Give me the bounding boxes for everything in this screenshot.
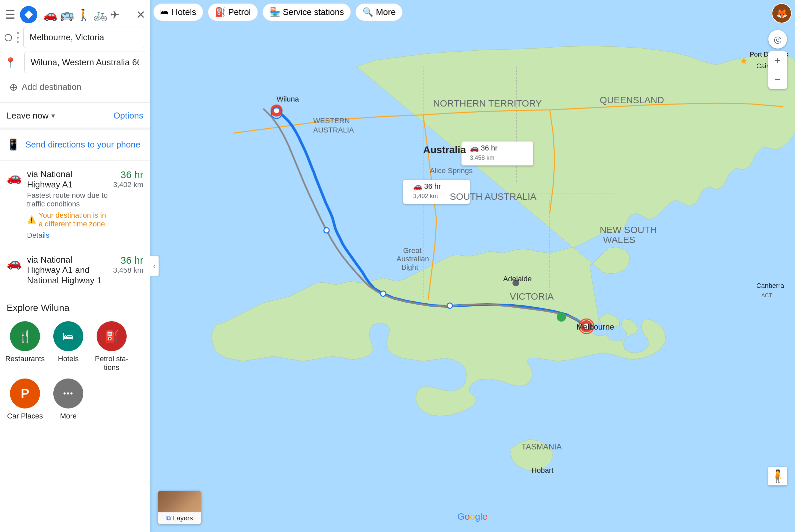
layers-label: Layers bbox=[173, 514, 193, 522]
route-1-time: 36 hr bbox=[113, 169, 144, 180]
pegman-button[interactable]: 🧍 bbox=[769, 467, 787, 486]
mode-walk-icon[interactable]: 🚶 bbox=[77, 8, 91, 21]
more-label: More bbox=[60, 412, 77, 420]
mode-car-icon[interactable]: 🚗 bbox=[43, 8, 57, 21]
mode-bike-icon[interactable]: 🚲 bbox=[93, 8, 107, 21]
filter-hotels-button[interactable]: 🛏 Hotels bbox=[153, 3, 203, 21]
svg-text:Hobart: Hobart bbox=[531, 466, 554, 474]
route-2-car-icon: 🚗 bbox=[7, 256, 22, 270]
route-1-subtitle: Fastest route now due to traffic conditi… bbox=[27, 191, 108, 208]
leave-now-label: Leave now bbox=[7, 111, 49, 121]
hotels-filter-label: Hotels bbox=[171, 7, 196, 17]
directions-logo bbox=[20, 6, 37, 23]
google-o1: o bbox=[465, 511, 470, 522]
explore-icons: 🍴 Restaurants 🛏 Hotels ⛽ Petrol sta­tion… bbox=[7, 321, 143, 420]
svg-text:AUSTRALIA: AUSTRALIA bbox=[313, 126, 354, 134]
explore-petrol[interactable]: ⛽ Petrol sta­tions bbox=[93, 321, 130, 372]
explore-section: Explore Wiluna 🍴 Restaurants 🛏 Hotels ⛽ … bbox=[0, 293, 150, 430]
svg-point-7 bbox=[324, 228, 329, 233]
route-1-details-link[interactable]: Details bbox=[27, 231, 108, 240]
more-filter-label: More bbox=[376, 7, 396, 17]
route-2-time-block: 36 hr 3,458 km bbox=[113, 255, 144, 275]
route-1-time-block: 36 hr 3,402 km bbox=[113, 169, 144, 189]
filter-service-stations-button[interactable]: 🏪 Service stations bbox=[263, 3, 351, 21]
route-1-info: via National Highway A1 Fastest route no… bbox=[27, 169, 108, 240]
svg-text:🚗 36 hr: 🚗 36 hr bbox=[413, 182, 441, 191]
user-avatar[interactable]: 🦊 bbox=[772, 3, 792, 23]
pegman-icon: 🧍 bbox=[770, 469, 785, 483]
origin-dot-icon bbox=[5, 34, 12, 41]
route-1-title: via National Highway A1 bbox=[27, 169, 108, 190]
svg-text:QUEENSLAND: QUEENSLAND bbox=[600, 95, 664, 105]
svg-text:WALES: WALES bbox=[603, 235, 635, 245]
explore-car-places[interactable]: P Car Places bbox=[7, 379, 43, 420]
map-area: 🚗 36 hr 3,402 km 🚗 36 hr 3,458 km Wiluna… bbox=[150, 0, 795, 532]
my-location-icon: ◎ bbox=[774, 34, 782, 45]
petrol-icon: ⛽ bbox=[97, 321, 127, 351]
car-places-icon: P bbox=[10, 379, 40, 408]
destination-input[interactable] bbox=[24, 52, 145, 73]
restaurants-label: Restaurants bbox=[5, 355, 45, 363]
svg-text:ACT: ACT bbox=[761, 292, 772, 298]
map-background[interactable]: 🚗 36 hr 3,402 km 🚗 36 hr 3,458 km Wiluna… bbox=[150, 0, 795, 532]
svg-text:Alice Springs: Alice Springs bbox=[430, 167, 472, 175]
options-link[interactable]: Options bbox=[113, 111, 143, 121]
leave-now-row: Leave now ▾ Options bbox=[0, 104, 150, 128]
google-o2: o bbox=[470, 511, 475, 522]
svg-text:Canberra: Canberra bbox=[756, 282, 784, 289]
layers-label-row: ⧉ Layers bbox=[158, 512, 201, 524]
filter-petrol-button[interactable]: ⛽ Petrol bbox=[208, 3, 258, 21]
google-logo: Google bbox=[457, 511, 487, 522]
filter-more-button[interactable]: 🔍 More bbox=[356, 3, 402, 21]
svg-text:★: ★ bbox=[740, 56, 748, 66]
svg-text:Melbourne: Melbourne bbox=[576, 322, 614, 331]
svg-text:VICTORIA: VICTORIA bbox=[510, 291, 554, 302]
mode-flight-icon[interactable]: ✈ bbox=[110, 8, 119, 21]
svg-text:Great: Great bbox=[403, 246, 421, 255]
route-1-car-icon: 🚗 bbox=[7, 170, 22, 185]
svg-text:Wiluna: Wiluna bbox=[276, 95, 299, 103]
explore-hotels[interactable]: 🛏 Hotels bbox=[50, 321, 87, 372]
svg-text:TASMANIA: TASMANIA bbox=[521, 442, 562, 451]
map-controls: ◎ + − bbox=[769, 30, 787, 89]
leave-now-button[interactable]: Leave now ▾ bbox=[7, 111, 55, 121]
layers-thumbnail: ⧉ Layers bbox=[158, 491, 201, 524]
send-directions-icon: 📱 bbox=[7, 138, 20, 151]
petrol-filter-icon: ⛽ bbox=[215, 7, 225, 17]
svg-text:Bight: Bight bbox=[401, 263, 418, 271]
close-icon[interactable]: ✕ bbox=[136, 8, 145, 21]
layers-button[interactable]: ⧉ Layers bbox=[158, 491, 201, 524]
svg-text:Australia: Australia bbox=[423, 144, 466, 155]
zoom-in-button[interactable]: + bbox=[769, 51, 787, 70]
leave-now-chevron-icon: ▾ bbox=[51, 112, 55, 120]
zoom-out-button[interactable]: − bbox=[769, 70, 787, 89]
hamburger-icon[interactable]: ☰ bbox=[5, 8, 15, 22]
route-option-1[interactable]: 🚗 via National Highway A1 Fastest route … bbox=[0, 162, 150, 247]
divider-1 bbox=[0, 102, 150, 102]
petrol-label: Petrol sta­tions bbox=[93, 355, 130, 372]
hotels-filter-icon: 🛏 bbox=[160, 7, 169, 17]
origin-input[interactable] bbox=[23, 26, 144, 48]
service-stations-filter-icon: 🏪 bbox=[270, 7, 280, 17]
send-directions-label: Send directions to your phone bbox=[25, 139, 140, 150]
my-location-button[interactable]: ◎ bbox=[769, 30, 787, 49]
collapse-panel-button[interactable]: ‹ bbox=[150, 256, 159, 276]
svg-text:Ade­laide: Ade­laide bbox=[503, 275, 532, 283]
explore-restaurants[interactable]: 🍴 Restaurants bbox=[7, 321, 43, 372]
add-destination-icon: ⊕ bbox=[9, 81, 18, 93]
origin-row: ⇅ bbox=[5, 26, 145, 48]
add-destination-label: Add destination bbox=[22, 82, 81, 92]
svg-text:NORTHERN TERRITORY: NORTHERN TERRITORY bbox=[433, 98, 542, 109]
send-directions-row[interactable]: 📱 Send directions to your phone bbox=[0, 130, 150, 159]
svg-point-44 bbox=[557, 312, 566, 322]
route-option-2[interactable]: 🚗 via National Highway A1 and National H… bbox=[0, 247, 150, 293]
explore-more[interactable]: ••• More bbox=[50, 379, 87, 420]
mode-transit-icon[interactable]: 🚌 bbox=[60, 8, 74, 21]
transport-modes: 🚗 🚌 🚶 🚲 ✈ bbox=[43, 8, 119, 21]
google-e: e bbox=[483, 511, 488, 522]
collapse-arrow-icon: ‹ bbox=[153, 263, 155, 270]
svg-text:WESTERN: WESTERN bbox=[313, 116, 350, 125]
australia-map-svg: 🚗 36 hr 3,402 km 🚗 36 hr 3,458 km Wiluna… bbox=[150, 0, 795, 532]
add-destination-row[interactable]: ⊕ Add destination bbox=[5, 77, 145, 97]
route-2-info: via National Highway A1 and National Hig… bbox=[27, 255, 108, 286]
